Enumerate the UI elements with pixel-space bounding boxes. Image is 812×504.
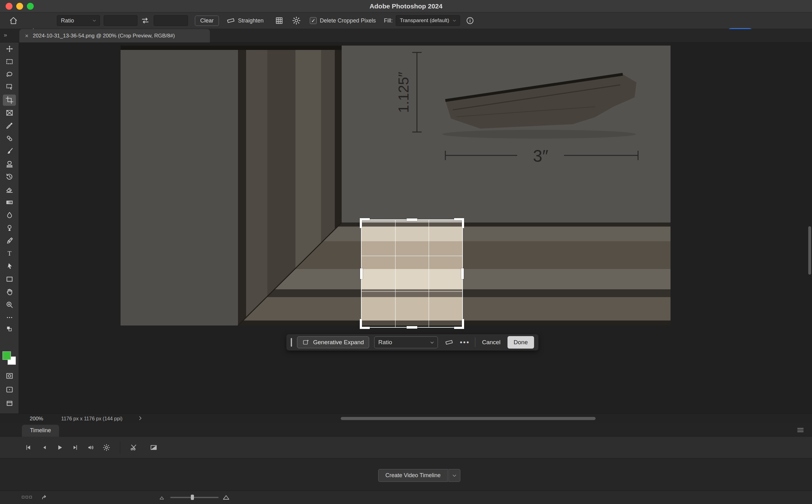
crop-grid-line (428, 220, 429, 327)
quick-mask-mode-icon[interactable] (0, 369, 19, 382)
blur-tool[interactable] (0, 209, 19, 222)
generative-expand-button[interactable]: Generative Expand (297, 336, 369, 348)
document-tab-bar: » × 2024-10-31_13-36-54.png @ 200% (Crop… (0, 29, 812, 42)
taskbar-ratio-value: Ratio (378, 339, 392, 346)
history-brush-tool[interactable] (0, 170, 19, 183)
go-to-first-frame-icon[interactable] (24, 443, 32, 452)
crop-handle-bottom-left[interactable] (360, 319, 370, 329)
swap-dimensions-icon[interactable] (140, 16, 150, 25)
edit-toolbar-ellipsis-icon[interactable] (0, 311, 19, 324)
pen-tool[interactable] (0, 234, 19, 247)
checkbox-checked-icon: ✓ (310, 17, 317, 24)
app-title: Adobe Photoshop 2024 (0, 2, 812, 10)
crop-settings-gear-icon[interactable] (292, 16, 301, 25)
timeline-zoom-slider-thumb[interactable] (191, 495, 194, 500)
crop-tool[interactable] (0, 94, 19, 106)
create-video-timeline-button[interactable]: Create Video Timeline (378, 469, 448, 482)
options-bar: Ratio Clear Straighten ✓ Delete Cropped … (0, 12, 812, 29)
zoom-level[interactable]: 200% (30, 416, 43, 422)
crop-width-input[interactable] (104, 15, 137, 26)
brush-tool[interactable] (0, 145, 19, 158)
crop-grid-line (362, 256, 462, 256)
crop-handle-right[interactable] (461, 268, 464, 279)
clear-button[interactable]: Clear (195, 16, 219, 26)
split-clip-scissors-icon[interactable] (130, 443, 138, 452)
delete-cropped-pixels-checkbox[interactable]: ✓ Delete Cropped Pixels (310, 17, 376, 24)
lasso-tool[interactable] (0, 68, 19, 81)
zoom-out-mountain-icon[interactable] (159, 495, 164, 500)
crop-box[interactable] (361, 219, 463, 328)
crop-handle-top-right[interactable] (454, 218, 464, 228)
frame-settings-icon[interactable] (22, 496, 32, 498)
move-tool[interactable] (0, 42, 19, 55)
previous-frame-icon[interactable] (40, 443, 48, 452)
document-tab[interactable]: × 2024-10-31_13-36-54.png @ 200% (Crop P… (19, 29, 210, 42)
timeline-zoom-slider[interactable] (170, 497, 219, 498)
timeline-type-dropdown[interactable] (448, 469, 460, 482)
eraser-tool[interactable] (0, 183, 19, 196)
toolbar-collapse-icon[interactable]: » (4, 32, 7, 38)
screen-mode-icon[interactable] (0, 383, 19, 396)
shortcut-arrow-icon[interactable] (41, 494, 49, 501)
rectangular-marquee-tool[interactable] (0, 55, 19, 68)
crop-handle-top[interactable] (407, 218, 417, 221)
dodge-tool[interactable] (0, 222, 19, 234)
playback-settings-gear-icon[interactable] (102, 443, 110, 452)
tab-timeline[interactable]: Timeline (22, 425, 59, 437)
document-info: 1176 px x 1176 px (144 ppi) (61, 416, 122, 422)
taskbar-drag-handle[interactable] (291, 338, 292, 347)
eyedropper-tool[interactable] (0, 119, 19, 132)
horizontal-scrollbar[interactable] (341, 417, 595, 420)
status-chevron-icon[interactable] (137, 415, 143, 421)
frame-tool[interactable] (0, 106, 19, 119)
crop-overlay-options-icon[interactable] (275, 16, 284, 25)
color-swatches (2, 351, 17, 366)
taskbar-cancel-button[interactable]: Cancel (480, 336, 502, 348)
clone-stamp-tool[interactable] (0, 158, 19, 170)
type-tool[interactable]: T (0, 247, 19, 260)
crop-handle-left[interactable] (360, 268, 363, 279)
crop-shield-right (463, 219, 671, 325)
titlebar: Adobe Photoshop 2024 (0, 0, 812, 12)
crop-shield-top (120, 46, 671, 219)
hand-tool[interactable] (0, 286, 19, 298)
taskbar-more-options-icon[interactable]: ••• (460, 339, 470, 346)
straighten-button[interactable]: Straighten (227, 16, 264, 25)
taskbar-straighten-icon[interactable] (445, 338, 453, 347)
path-selection-tool[interactable] (0, 260, 19, 273)
crop-height-input[interactable] (154, 15, 188, 26)
crop-handle-top-left[interactable] (360, 218, 370, 228)
zoom-tool[interactable] (0, 298, 19, 311)
home-icon[interactable] (9, 16, 18, 25)
audio-mute-icon[interactable] (87, 443, 95, 452)
fill-select[interactable]: Transparent (default) (396, 15, 460, 26)
foreground-color-swatch[interactable] (2, 351, 11, 360)
object-selection-tool[interactable] (0, 81, 19, 94)
next-frame-icon[interactable] (71, 443, 79, 452)
vertical-scrollbar[interactable] (808, 226, 811, 275)
zoom-in-mountain-icon[interactable] (223, 493, 230, 501)
default-colors-icon[interactable] (0, 324, 19, 334)
crop-shield-left (120, 219, 361, 325)
crop-ratio-select[interactable]: Ratio (57, 15, 100, 26)
workspace-icon[interactable] (0, 397, 19, 410)
taskbar-ratio-select[interactable]: Ratio (374, 336, 438, 348)
chevron-down-icon (452, 473, 457, 478)
play-icon[interactable] (56, 443, 64, 452)
panel-menu-icon[interactable] (797, 427, 804, 433)
crop-handle-bottom[interactable] (407, 326, 417, 329)
tools-panel: T (0, 42, 19, 413)
canvas-area: 1.125″ 3″ Generative Expand Ratio •• (19, 42, 812, 413)
generative-expand-icon (302, 339, 310, 346)
document-tab-title: 2024-10-31_13-36-54.png @ 200% (Crop Pre… (33, 33, 175, 39)
gradient-tool[interactable] (0, 196, 19, 209)
taskbar-done-button[interactable]: Done (507, 336, 534, 349)
rectangle-tool[interactable] (0, 273, 19, 286)
close-tab-icon[interactable]: × (25, 33, 28, 39)
transition-icon[interactable] (149, 443, 158, 452)
chevron-down-icon (92, 18, 96, 23)
crop-handle-bottom-right[interactable] (454, 319, 464, 329)
healing-brush-tool[interactable] (0, 132, 19, 145)
svg-text:T: T (7, 250, 12, 257)
info-icon[interactable] (466, 16, 474, 25)
